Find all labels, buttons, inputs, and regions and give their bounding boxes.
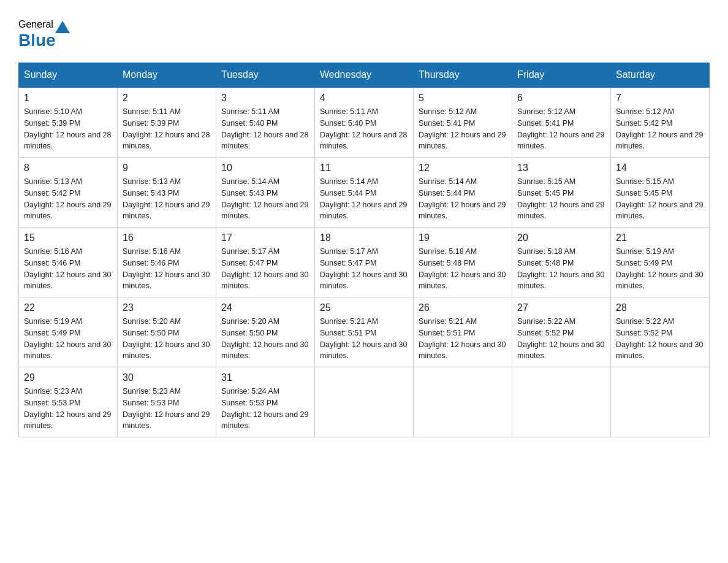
calendar-cell: 15Sunrise: 5:16 AMSunset: 5:46 PMDayligh…	[19, 228, 118, 297]
calendar-cell: 13Sunrise: 5:15 AMSunset: 5:45 PMDayligh…	[512, 158, 611, 228]
calendar-cell: 30Sunrise: 5:23 AMSunset: 5:53 PMDayligh…	[118, 367, 216, 437]
day-info: Sunrise: 5:11 AMSunset: 5:40 PMDaylight:…	[221, 106, 309, 152]
day-number: 1	[24, 93, 112, 104]
day-info: Sunrise: 5:15 AMSunset: 5:45 PMDaylight:…	[616, 176, 704, 222]
calendar-cell: 8Sunrise: 5:13 AMSunset: 5:42 PMDaylight…	[19, 158, 118, 228]
day-number: 12	[419, 163, 507, 174]
calendar-header-row: SundayMondayTuesdayWednesdayThursdayFrid…	[19, 63, 710, 88]
day-number: 31	[221, 372, 309, 383]
day-number: 30	[123, 372, 211, 383]
calendar-cell: 10Sunrise: 5:14 AMSunset: 5:43 PMDayligh…	[216, 158, 315, 228]
day-info: Sunrise: 5:13 AMSunset: 5:43 PMDaylight:…	[123, 176, 211, 222]
page-header: General Blue	[18, 18, 710, 50]
logo-general-text: General	[18, 19, 53, 30]
day-number: 3	[221, 93, 309, 104]
day-number: 16	[123, 232, 211, 243]
day-number: 14	[616, 163, 704, 174]
calendar-cell: 29Sunrise: 5:23 AMSunset: 5:53 PMDayligh…	[19, 367, 118, 437]
day-number: 2	[123, 93, 211, 104]
calendar-cell: 22Sunrise: 5:19 AMSunset: 5:49 PMDayligh…	[19, 297, 118, 367]
header-wednesday: Wednesday	[315, 63, 414, 88]
calendar-cell: 12Sunrise: 5:14 AMSunset: 5:44 PMDayligh…	[414, 158, 512, 228]
calendar-week-2: 8Sunrise: 5:13 AMSunset: 5:42 PMDaylight…	[19, 158, 710, 228]
day-info: Sunrise: 5:22 AMSunset: 5:52 PMDaylight:…	[616, 316, 704, 362]
day-info: Sunrise: 5:18 AMSunset: 5:48 PMDaylight:…	[517, 246, 605, 292]
day-number: 17	[221, 232, 309, 243]
calendar-week-4: 22Sunrise: 5:19 AMSunset: 5:49 PMDayligh…	[19, 297, 710, 367]
calendar-week-1: 1Sunrise: 5:10 AMSunset: 5:39 PMDaylight…	[19, 87, 710, 158]
day-info: Sunrise: 5:12 AMSunset: 5:41 PMDaylight:…	[517, 106, 605, 152]
calendar-week-3: 15Sunrise: 5:16 AMSunset: 5:46 PMDayligh…	[19, 228, 710, 297]
day-info: Sunrise: 5:22 AMSunset: 5:52 PMDaylight:…	[517, 316, 605, 362]
calendar-cell: 3Sunrise: 5:11 AMSunset: 5:40 PMDaylight…	[216, 87, 315, 158]
calendar-cell: 4Sunrise: 5:11 AMSunset: 5:40 PMDaylight…	[315, 87, 414, 158]
calendar-cell: 24Sunrise: 5:20 AMSunset: 5:50 PMDayligh…	[216, 297, 315, 367]
day-info: Sunrise: 5:14 AMSunset: 5:44 PMDaylight:…	[419, 176, 507, 222]
calendar-cell: 14Sunrise: 5:15 AMSunset: 5:45 PMDayligh…	[611, 158, 710, 228]
day-number: 9	[123, 163, 211, 174]
day-number: 21	[616, 232, 704, 243]
day-number: 6	[517, 93, 605, 104]
day-info: Sunrise: 5:17 AMSunset: 5:47 PMDaylight:…	[320, 246, 408, 292]
day-info: Sunrise: 5:15 AMSunset: 5:45 PMDaylight:…	[517, 176, 605, 222]
calendar-cell: 11Sunrise: 5:14 AMSunset: 5:44 PMDayligh…	[315, 158, 414, 228]
day-info: Sunrise: 5:21 AMSunset: 5:51 PMDaylight:…	[419, 316, 507, 362]
calendar-cell: 7Sunrise: 5:12 AMSunset: 5:42 PMDaylight…	[611, 87, 710, 158]
day-number: 24	[221, 302, 309, 313]
calendar-cell: 28Sunrise: 5:22 AMSunset: 5:52 PMDayligh…	[611, 297, 710, 367]
header-sunday: Sunday	[19, 63, 118, 88]
day-info: Sunrise: 5:19 AMSunset: 5:49 PMDaylight:…	[616, 246, 704, 292]
day-number: 10	[221, 163, 309, 174]
day-number: 27	[517, 302, 605, 313]
day-number: 18	[320, 232, 408, 243]
day-info: Sunrise: 5:14 AMSunset: 5:44 PMDaylight:…	[320, 176, 408, 222]
calendar-cell: 21Sunrise: 5:19 AMSunset: 5:49 PMDayligh…	[611, 228, 710, 297]
calendar-cell: 26Sunrise: 5:21 AMSunset: 5:51 PMDayligh…	[414, 297, 512, 367]
day-info: Sunrise: 5:10 AMSunset: 5:39 PMDaylight:…	[24, 106, 112, 152]
day-number: 5	[419, 93, 507, 104]
header-tuesday: Tuesday	[216, 63, 315, 88]
day-number: 15	[24, 232, 112, 243]
calendar-cell: 23Sunrise: 5:20 AMSunset: 5:50 PMDayligh…	[118, 297, 216, 367]
calendar-week-5: 29Sunrise: 5:23 AMSunset: 5:53 PMDayligh…	[19, 367, 710, 437]
day-info: Sunrise: 5:18 AMSunset: 5:48 PMDaylight:…	[419, 246, 507, 292]
day-info: Sunrise: 5:17 AMSunset: 5:47 PMDaylight:…	[221, 246, 309, 292]
day-number: 28	[616, 302, 704, 313]
calendar-cell: 25Sunrise: 5:21 AMSunset: 5:51 PMDayligh…	[315, 297, 414, 367]
day-info: Sunrise: 5:11 AMSunset: 5:39 PMDaylight:…	[123, 106, 211, 152]
day-number: 8	[24, 163, 112, 174]
day-info: Sunrise: 5:12 AMSunset: 5:42 PMDaylight:…	[616, 106, 704, 152]
header-thursday: Thursday	[414, 63, 512, 88]
calendar-cell	[512, 367, 611, 437]
header-saturday: Saturday	[611, 63, 710, 88]
day-number: 26	[419, 302, 507, 313]
calendar-cell	[414, 367, 512, 437]
day-info: Sunrise: 5:20 AMSunset: 5:50 PMDaylight:…	[123, 316, 211, 362]
day-number: 22	[24, 302, 112, 313]
day-info: Sunrise: 5:11 AMSunset: 5:40 PMDaylight:…	[320, 106, 408, 152]
day-number: 11	[320, 163, 408, 174]
calendar-table: SundayMondayTuesdayWednesdayThursdayFrid…	[18, 63, 710, 437]
day-info: Sunrise: 5:14 AMSunset: 5:43 PMDaylight:…	[221, 176, 309, 222]
calendar-cell: 9Sunrise: 5:13 AMSunset: 5:43 PMDaylight…	[118, 158, 216, 228]
calendar-cell	[315, 367, 414, 437]
calendar-cell: 16Sunrise: 5:16 AMSunset: 5:46 PMDayligh…	[118, 228, 216, 297]
day-number: 4	[320, 93, 408, 104]
calendar-cell: 2Sunrise: 5:11 AMSunset: 5:39 PMDaylight…	[118, 87, 216, 158]
calendar-cell: 27Sunrise: 5:22 AMSunset: 5:52 PMDayligh…	[512, 297, 611, 367]
calendar-cell: 19Sunrise: 5:18 AMSunset: 5:48 PMDayligh…	[414, 228, 512, 297]
calendar-cell: 17Sunrise: 5:17 AMSunset: 5:47 PMDayligh…	[216, 228, 315, 297]
day-info: Sunrise: 5:13 AMSunset: 5:42 PMDaylight:…	[24, 176, 112, 222]
day-number: 20	[517, 232, 605, 243]
day-number: 19	[419, 232, 507, 243]
calendar-cell: 18Sunrise: 5:17 AMSunset: 5:47 PMDayligh…	[315, 228, 414, 297]
day-info: Sunrise: 5:24 AMSunset: 5:53 PMDaylight:…	[221, 386, 309, 432]
day-info: Sunrise: 5:12 AMSunset: 5:41 PMDaylight:…	[419, 106, 507, 152]
logo-blue-text: Blue	[18, 31, 56, 50]
day-number: 7	[616, 93, 704, 104]
logo-triangle-icon	[55, 21, 70, 33]
day-info: Sunrise: 5:19 AMSunset: 5:49 PMDaylight:…	[24, 316, 112, 362]
day-info: Sunrise: 5:16 AMSunset: 5:46 PMDaylight:…	[24, 246, 112, 292]
day-number: 29	[24, 372, 112, 383]
header-monday: Monday	[118, 63, 216, 88]
